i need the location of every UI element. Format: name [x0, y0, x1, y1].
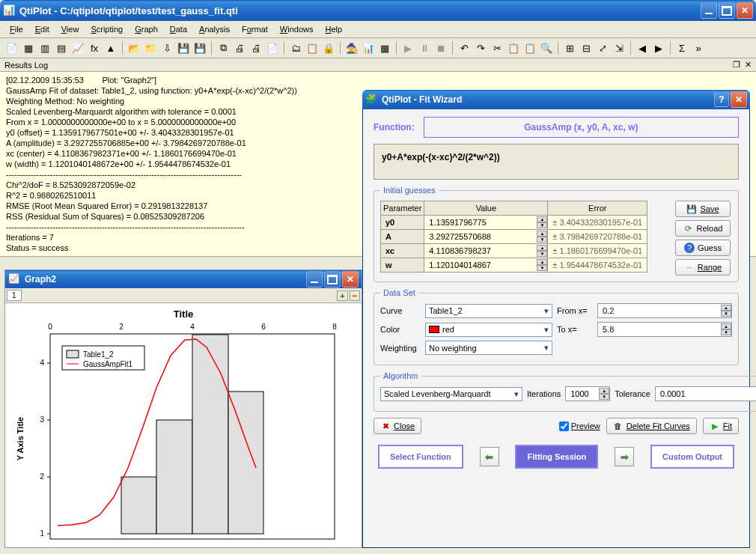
iterations-input[interactable]: [566, 387, 599, 401]
fitting-session-button[interactable]: Fitting Session: [515, 445, 598, 469]
print-icon[interactable]: 🖨: [232, 40, 247, 55]
menu-help[interactable]: Help: [320, 23, 348, 35]
new-matrix-icon[interactable]: ▥: [37, 40, 52, 55]
guess-button[interactable]: ?Guess: [675, 240, 731, 256]
param-xc-up[interactable]: ▲: [537, 245, 547, 251]
new-note-icon[interactable]: ▤: [54, 40, 69, 55]
copy-icon[interactable]: 📋: [506, 40, 521, 55]
menu-data[interactable]: Data: [165, 23, 192, 35]
sigma-icon[interactable]: Σ: [674, 40, 689, 55]
explorer-icon[interactable]: 🗂: [288, 40, 303, 55]
graph-titlebar[interactable]: 📈 Graph2: [5, 270, 362, 288]
auto-icon[interactable]: ⤢: [595, 40, 610, 55]
param-y0-up[interactable]: ▲: [537, 216, 547, 222]
graph-maximize-button[interactable]: [324, 271, 341, 287]
undo-icon[interactable]: ↶: [457, 40, 472, 55]
print-preview-icon[interactable]: 🖨: [249, 40, 263, 55]
select-function-button[interactable]: Select Function: [378, 445, 463, 469]
export-pdf-icon[interactable]: 📄: [265, 40, 280, 55]
fit-button[interactable]: ▶Fit: [703, 418, 739, 434]
param-w-value[interactable]: [424, 258, 537, 272]
minimize-button[interactable]: [701, 2, 717, 19]
nav-next-button[interactable]: ➡: [615, 447, 634, 466]
new-func-icon[interactable]: fx: [87, 40, 102, 55]
new-table-icon[interactable]: ▦: [21, 40, 36, 55]
custom-output-button[interactable]: Custom Output: [650, 445, 734, 469]
lock-icon[interactable]: 🔒: [321, 40, 336, 55]
remove-layer-icon[interactable]: −: [350, 290, 360, 301]
new-3d-icon[interactable]: ▲: [103, 40, 118, 55]
param-w-up[interactable]: ▲: [537, 259, 547, 265]
close-button[interactable]: ✖Close: [374, 418, 421, 434]
maximize-button[interactable]: [719, 2, 735, 19]
menu-graph[interactable]: Graph: [129, 23, 163, 35]
open-template-icon[interactable]: 📁: [143, 40, 158, 55]
import-icon[interactable]: ⇩: [159, 40, 174, 55]
save-button[interactable]: 💾Save: [675, 201, 731, 217]
arrange-icon[interactable]: ⊟: [579, 40, 594, 55]
duplicate-icon[interactable]: ⧉: [216, 40, 231, 55]
menu-view[interactable]: View: [56, 23, 85, 35]
graph-minimize-button[interactable]: [306, 271, 323, 287]
save-template-icon[interactable]: 💾: [192, 40, 207, 55]
to-input[interactable]: [598, 323, 721, 336]
cut-icon[interactable]: ✂: [490, 40, 504, 55]
preview-checkbox[interactable]: Preview: [559, 421, 600, 431]
algorithm-select[interactable]: Scaled Levenberg-Marquardt▾: [380, 387, 522, 401]
param-w-down[interactable]: ▼: [537, 265, 547, 271]
wizard-help-button[interactable]: ?: [714, 92, 729, 107]
stop-icon[interactable]: ⏹: [433, 40, 448, 55]
menu-windows[interactable]: Windows: [275, 23, 319, 35]
save-icon[interactable]: 💾: [176, 40, 191, 55]
param-xc-down[interactable]: ▼: [537, 251, 547, 257]
menu-edit[interactable]: Edit: [30, 23, 55, 35]
wizard-icon[interactable]: 🧙: [344, 40, 359, 55]
param-y0-down[interactable]: ▼: [537, 222, 547, 228]
table-icon[interactable]: ▦: [377, 40, 392, 55]
graph-close-button[interactable]: [342, 271, 359, 287]
add-layer-icon[interactable]: +: [337, 290, 347, 301]
color-select[interactable]: red▾: [425, 323, 552, 337]
param-y0-value[interactable]: [424, 216, 537, 229]
plot-icon[interactable]: 📊: [361, 40, 376, 55]
range-button[interactable]: ↔Range: [675, 259, 731, 276]
menu-file[interactable]: File: [4, 23, 28, 35]
new-graph-icon[interactable]: 📈: [70, 40, 85, 55]
results-close-icon[interactable]: ✕: [745, 60, 752, 70]
paste-icon[interactable]: 📋: [522, 40, 537, 55]
new-project-icon[interactable]: 📄: [4, 40, 19, 55]
curve-select[interactable]: Table1_2▾: [425, 304, 552, 318]
pause-icon[interactable]: ⏸: [417, 40, 432, 55]
tolerance-input[interactable]: [656, 387, 756, 401]
nav-prev-button[interactable]: ⬅: [480, 447, 499, 466]
function-name-box[interactable]: GaussAmp (x, y0, A, xc, w): [424, 117, 739, 138]
close-button[interactable]: [737, 2, 753, 19]
redo-icon[interactable]: ↷: [473, 40, 488, 55]
param-xc-value[interactable]: [424, 244, 537, 258]
graph-canvas[interactable]: Title 0 2 4 6 8 1 2 3 4 Y Axis Title: [5, 303, 362, 544]
wizard-close-button[interactable]: [731, 91, 747, 108]
from-input[interactable]: [598, 304, 721, 317]
layer-icon[interactable]: ⊞: [562, 40, 577, 55]
param-a-up[interactable]: ▲: [537, 231, 547, 237]
menu-format[interactable]: Format: [237, 23, 273, 35]
play-icon[interactable]: ▶: [400, 40, 415, 55]
delete-fit-button[interactable]: 🗑Delete Fit Curves: [606, 418, 697, 434]
results-undock-icon[interactable]: ❐: [733, 60, 740, 70]
param-a-value[interactable]: [424, 230, 537, 243]
reload-button[interactable]: ⟳Reload: [675, 220, 731, 237]
wizard-titlebar[interactable]: 🧩 QtiPlot - Fit Wizard ?: [362, 90, 750, 109]
weighting-select[interactable]: No weighting▾: [425, 341, 552, 355]
moveleft-icon[interactable]: ◀: [635, 40, 650, 55]
moveright-icon[interactable]: ▶: [651, 40, 666, 55]
param-a-down[interactable]: ▼: [537, 237, 547, 243]
menu-scripting[interactable]: Scripting: [85, 23, 128, 35]
more-icon[interactable]: »: [691, 40, 706, 55]
find-icon[interactable]: 🔍: [539, 40, 554, 55]
resize-icon[interactable]: ⇲: [612, 40, 627, 55]
open-icon[interactable]: 📂: [126, 40, 141, 55]
menu-analysis[interactable]: Analysis: [194, 23, 235, 35]
results-icon[interactable]: 📋: [305, 40, 320, 55]
graph-layer-tab[interactable]: 1: [7, 290, 22, 301]
chart-legend[interactable]: Table1_2 GaussAmpFit1: [62, 346, 144, 370]
